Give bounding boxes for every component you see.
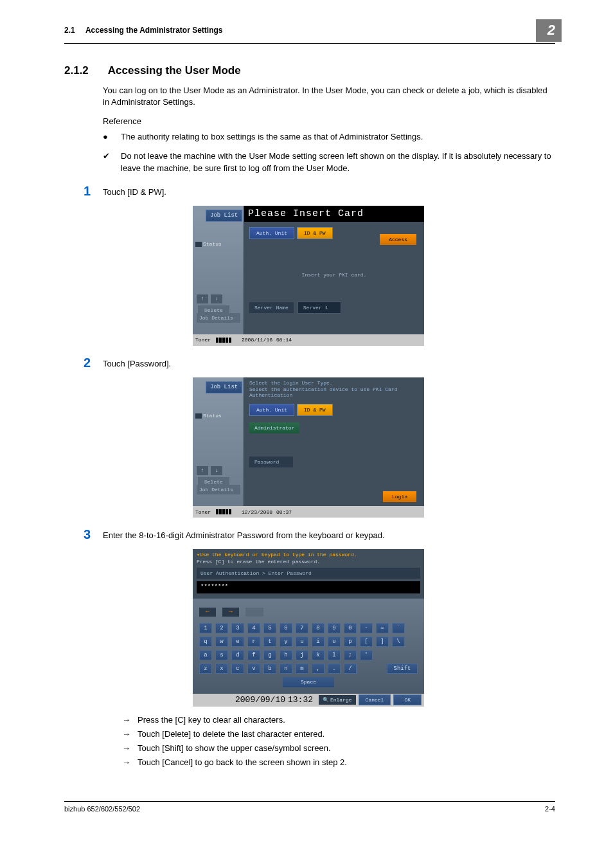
key-9[interactable]: 9 bbox=[328, 623, 341, 633]
hint-line-2: Select the authentication device to use … bbox=[249, 386, 419, 399]
id-pw-tab[interactable]: ID & PW bbox=[297, 404, 333, 416]
job-list-tab[interactable]: Job List bbox=[206, 381, 242, 393]
cursor-right-icon[interactable]: → bbox=[222, 608, 239, 617]
auth-unit-tab[interactable]: Auth. Unit bbox=[249, 227, 294, 239]
key-c[interactable]: c bbox=[231, 664, 244, 674]
access-button[interactable]: Access bbox=[380, 234, 416, 245]
server-name-value[interactable]: Server 1 bbox=[298, 302, 341, 314]
key-,[interactable]: , bbox=[312, 664, 324, 674]
status-bar: Toner 12/23/2008 08:37 bbox=[193, 506, 424, 518]
sub-bullet-text: Touch [Delete] to delete the last charac… bbox=[138, 728, 324, 740]
key-.[interactable]: . bbox=[328, 664, 341, 674]
key-g[interactable]: g bbox=[263, 650, 276, 660]
caution-text: Do not leave the machine with the User M… bbox=[121, 150, 555, 174]
key-w[interactable]: w bbox=[215, 637, 228, 647]
key-j[interactable]: j bbox=[296, 650, 308, 660]
date-value: 2008/11/16 bbox=[242, 336, 272, 343]
key-l[interactable]: l bbox=[328, 650, 341, 660]
key-y[interactable]: y bbox=[280, 637, 292, 647]
key-6[interactable]: 6 bbox=[280, 623, 292, 633]
sub-bullet-text: Press the [C] key to clear all character… bbox=[138, 714, 285, 726]
job-details-button[interactable]: Job Details bbox=[197, 313, 240, 323]
space-key[interactable]: Space bbox=[283, 677, 334, 687]
key-x[interactable]: x bbox=[215, 664, 228, 674]
key-e[interactable]: e bbox=[231, 637, 244, 647]
key-`[interactable]: ` bbox=[392, 623, 405, 633]
step-text: Touch [ID & PW]. bbox=[103, 185, 166, 198]
key-[[interactable]: [ bbox=[360, 637, 373, 647]
sub-bullet-text: Touch [Shift] to show the upper case/sym… bbox=[138, 743, 331, 754]
key-;[interactable]: ; bbox=[344, 650, 357, 660]
screen-title: Please Insert Card bbox=[244, 206, 424, 222]
key-4[interactable]: 4 bbox=[247, 623, 260, 633]
key-o[interactable]: o bbox=[328, 637, 341, 647]
key-m[interactable]: m bbox=[296, 664, 308, 674]
status-label: Status bbox=[195, 240, 222, 248]
key--[interactable]: - bbox=[360, 623, 373, 633]
shift-key[interactable]: Shift bbox=[387, 664, 418, 674]
toner-bars-icon bbox=[216, 338, 231, 343]
key-3[interactable]: 3 bbox=[231, 623, 244, 633]
key-k[interactable]: k bbox=[312, 650, 324, 660]
key-v[interactable]: v bbox=[247, 664, 260, 674]
key-r[interactable]: r bbox=[247, 637, 260, 647]
key-2[interactable]: 2 bbox=[215, 623, 228, 633]
key-\[interactable]: \ bbox=[392, 637, 405, 647]
key-s[interactable]: s bbox=[215, 650, 228, 660]
key-8[interactable]: 8 bbox=[312, 623, 324, 633]
password-input[interactable]: ******** bbox=[197, 581, 420, 593]
cancel-button[interactable]: Cancel bbox=[359, 694, 391, 705]
job-list-tab[interactable]: Job List bbox=[206, 210, 242, 222]
step-number: 2 bbox=[84, 356, 103, 370]
up-arrow-icon[interactable]: ↑ bbox=[197, 294, 208, 303]
sub-bullet: →Press the [C] key to clear all characte… bbox=[122, 714, 555, 726]
key-5[interactable]: 5 bbox=[263, 623, 276, 633]
bullet-icon: ● bbox=[103, 131, 121, 143]
time-value: 08:37 bbox=[276, 509, 292, 516]
reference-bullet: ● The authority relating to box settings… bbox=[103, 131, 555, 143]
key-p[interactable]: p bbox=[344, 637, 357, 647]
down-arrow-icon[interactable]: ↓ bbox=[211, 466, 222, 475]
ok-button[interactable]: OK bbox=[393, 694, 422, 705]
job-details-button[interactable]: Job Details bbox=[197, 485, 240, 494]
up-arrow-icon[interactable]: ↑ bbox=[197, 466, 208, 475]
key-d[interactable]: d bbox=[231, 650, 244, 660]
key-i[interactable]: i bbox=[312, 637, 324, 647]
auth-unit-tab[interactable]: Auth. Unit bbox=[249, 404, 294, 416]
delete-key[interactable] bbox=[245, 608, 263, 617]
heading-number: 2.1.2 bbox=[64, 63, 89, 78]
key-=[interactable]: = bbox=[376, 623, 389, 633]
time-value: 08:14 bbox=[276, 336, 292, 343]
reference-text: The authority relating to box settings i… bbox=[121, 131, 423, 143]
time-value: 13:32 bbox=[288, 694, 313, 706]
toner-label: Toner bbox=[195, 336, 211, 343]
key-t[interactable]: t bbox=[263, 637, 276, 647]
down-arrow-icon[interactable]: ↓ bbox=[211, 294, 222, 303]
key-/[interactable]: / bbox=[344, 664, 357, 674]
cursor-left-icon[interactable]: ← bbox=[199, 608, 216, 617]
login-button[interactable]: Login bbox=[383, 491, 416, 502]
enlarge-button[interactable]: 🔍Enlarge bbox=[319, 695, 356, 705]
key-n[interactable]: n bbox=[280, 664, 292, 674]
nav-arrows[interactable]: ↑↓ bbox=[197, 466, 222, 475]
key-z[interactable]: z bbox=[199, 664, 212, 674]
key-h[interactable]: h bbox=[280, 650, 292, 660]
key-u[interactable]: u bbox=[296, 637, 308, 647]
key-b[interactable]: b bbox=[263, 664, 276, 674]
nav-arrows[interactable]: ↑↓ bbox=[197, 294, 222, 303]
key-1[interactable]: 1 bbox=[199, 623, 212, 633]
key-0[interactable]: 0 bbox=[344, 623, 357, 633]
key-'[interactable]: ' bbox=[360, 650, 373, 660]
key-q[interactable]: q bbox=[199, 637, 212, 647]
key-7[interactable]: 7 bbox=[296, 623, 308, 633]
page-header: 2.1 Accessing the Administrator Settings… bbox=[64, 19, 555, 44]
administrator-button[interactable]: Administrator bbox=[249, 422, 299, 433]
key-][interactable]: ] bbox=[376, 637, 389, 647]
check-icon: ✔ bbox=[103, 150, 121, 174]
password-button[interactable]: Password bbox=[249, 457, 293, 467]
step-text: Touch [Password]. bbox=[103, 356, 171, 370]
key-f[interactable]: f bbox=[247, 650, 260, 660]
id-pw-tab[interactable]: ID & PW bbox=[297, 227, 333, 239]
key-a[interactable]: a bbox=[199, 650, 212, 660]
arrow-icon: → bbox=[122, 757, 138, 768]
